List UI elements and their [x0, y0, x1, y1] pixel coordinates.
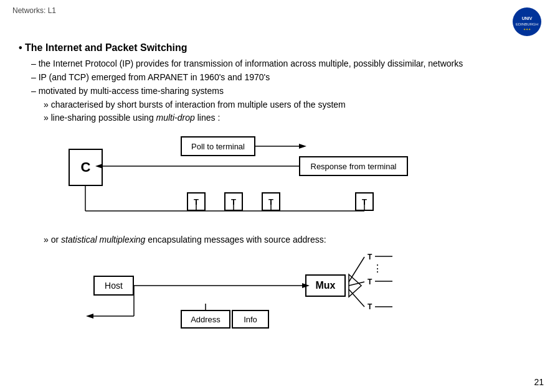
- stat-suffix: encapsulating messages with source addre…: [145, 235, 326, 245]
- sub-point-1: – the Internet Protocol (IP) provides fo…: [31, 58, 543, 68]
- svg-marker-5: [299, 144, 306, 149]
- mux-dots: ⋮: [372, 263, 384, 274]
- box-T-3: T: [262, 192, 280, 211]
- sub-point-2: – IP (and TCP) emerged from ARPANET in 1…: [31, 72, 543, 82]
- top-bar: Networks: L1 UNIV EDINBURGH ✦✦✦: [12, 6, 543, 37]
- svg-text:✦✦✦: ✦✦✦: [523, 27, 531, 31]
- stat-mux-line: » or statistical multiplexing encapsulat…: [44, 235, 543, 245]
- main-bullet: • The Internet and Packet Switching: [19, 42, 543, 54]
- box-C: C: [69, 149, 103, 186]
- box-host: Host: [93, 276, 134, 296]
- svg-text:EDINBURGH: EDINBURGH: [516, 22, 538, 26]
- box-response: Response from terminal: [299, 156, 408, 176]
- sub-point-4-1: » characterised by short bursts of inter…: [44, 100, 543, 110]
- sub-point-4-2: » line-sharing possible using multi-drop…: [44, 113, 543, 123]
- sub4-2-italic: multi-drop: [156, 113, 195, 123]
- stat-italic: statistical multiplexing: [61, 235, 145, 245]
- page-number: 21: [534, 377, 544, 387]
- sub-point-3: – motivated by multi-access time-sharing…: [31, 86, 543, 96]
- box-mux: Mux: [305, 274, 346, 297]
- svg-line-18: [349, 282, 364, 286]
- sub4-2-prefix: » line-sharing possible using: [44, 113, 156, 123]
- svg-marker-25: [86, 314, 93, 319]
- box-T-1: T: [187, 192, 206, 211]
- svg-line-17: [349, 257, 364, 282]
- box-address: Address: [181, 310, 230, 329]
- svg-text:UNIV: UNIV: [522, 16, 533, 21]
- svg-point-0: [513, 7, 541, 36]
- sub4-2-suffix: lines :: [195, 113, 220, 123]
- box-T-4: T: [355, 192, 374, 211]
- poll-response-diagram: C Poll to terminal Response from termina…: [31, 130, 467, 230]
- svg-marker-27: [349, 274, 361, 297]
- mux-diagram: Host Mux Address Info T T T ⋮: [31, 248, 542, 335]
- t-label-1: T: [368, 253, 372, 261]
- t-label-2: T: [368, 278, 372, 286]
- box-info: Info: [232, 310, 269, 329]
- breadcrumb: Networks: L1: [12, 6, 56, 15]
- t-label-3: T: [368, 302, 372, 311]
- stat-prefix: » or: [44, 235, 61, 245]
- box-poll: Poll to terminal: [181, 136, 255, 156]
- box-T-2: T: [224, 192, 243, 211]
- svg-line-19: [349, 289, 364, 307]
- university-logo: UNIV EDINBURGH ✦✦✦: [511, 6, 543, 37]
